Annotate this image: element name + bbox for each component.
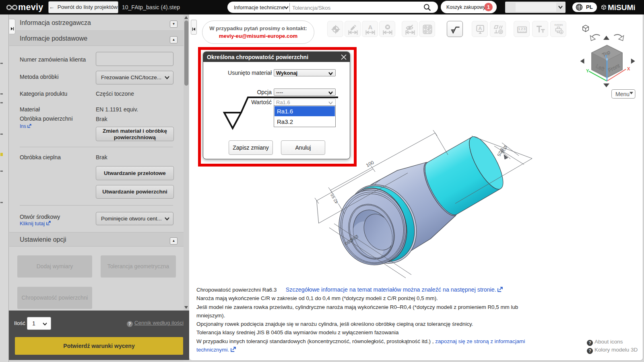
svg-text:Menu: Menu: [615, 91, 630, 97]
svg-text:Ø25: Ø25: [496, 148, 504, 157]
svg-text:42.55: 42.55: [330, 193, 339, 205]
svg-text:z: z: [605, 53, 607, 58]
svg-text:100: 100: [365, 159, 375, 168]
svg-text:Y: Y: [586, 68, 589, 73]
svg-text:X: X: [627, 66, 630, 71]
